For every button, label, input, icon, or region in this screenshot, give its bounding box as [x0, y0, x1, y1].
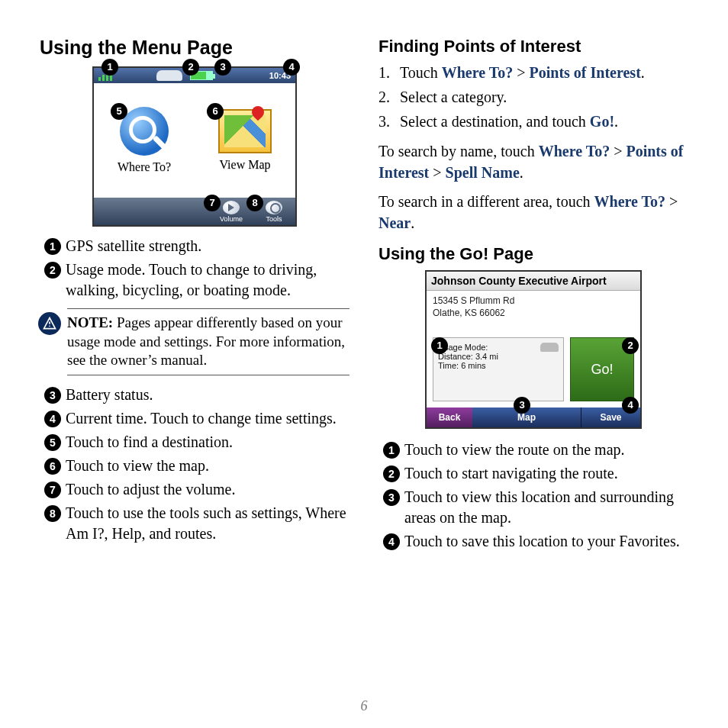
volume-label: Volume: [220, 215, 243, 223]
car-icon: [540, 343, 559, 352]
search-icon: [120, 107, 169, 156]
go-screenshot: 1 2 3 4 Johnson County Executive Airport…: [425, 270, 642, 429]
go-item-2: 2 Touch to start navigating the route.: [378, 463, 688, 484]
svg-point-0: [49, 326, 50, 327]
note-box: NOTE: Pages appear differently based on …: [67, 308, 350, 375]
tools-label: Tools: [266, 215, 282, 223]
back-button[interactable]: Back: [427, 407, 472, 427]
menu-item-1: 1 GPS satellite strength.: [40, 236, 350, 256]
volume-icon: [223, 201, 240, 214]
menu-item-3: 3 Battery status.: [40, 385, 350, 405]
page-number: 6: [0, 698, 728, 714]
menu-item-4: 4 Current time. Touch to change time set…: [40, 408, 350, 429]
where-to-button[interactable]: Where To?: [94, 83, 195, 198]
view-map-button[interactable]: View Map: [195, 83, 295, 198]
go-item-3: 3 Touch to view this location and surrou…: [378, 487, 688, 528]
route-info-button[interactable]: Usage Mode: Distance: 3.4 mi Time: 6 min…: [433, 337, 564, 401]
menu-screenshot: 1 2 3 4 5 6 7 8 10:43 Where To?: [92, 66, 297, 227]
usage-mode-icon[interactable]: [156, 70, 182, 81]
search-by-name: To search by name, touch Where To? > Poi…: [378, 140, 688, 183]
poi-step-1: 1. Touch Where To? > Points of Interest.: [378, 61, 688, 84]
go-title: Johnson County Executive Airport: [427, 272, 640, 291]
where-to-label: Where To?: [118, 160, 171, 174]
go-address: 15345 S Pflumm Rd Olathe, KS 66062: [427, 291, 640, 324]
tools-icon: [266, 201, 282, 214]
view-map-label: View Map: [219, 158, 270, 172]
map-icon: [218, 109, 272, 153]
search-different-area: To search in a different area, touch Whe…: [378, 191, 688, 234]
poi-step-2: 2.Select a category.: [378, 85, 688, 108]
menu-item-7: 7 Touch to adjust the volume.: [40, 479, 350, 500]
go-item-1: 1 Touch to view the route on the map.: [378, 440, 688, 460]
heading-go-page: Using the Go! Page: [378, 244, 688, 264]
menu-item-2: 2 Usage mode. Touch to change to driving…: [40, 259, 350, 301]
go-item-4: 4 Touch to save this location to your Fa…: [378, 531, 688, 552]
warning-icon: [38, 312, 61, 335]
heading-poi: Finding Points of Interest: [378, 37, 688, 56]
menu-item-8: 8 Touch to use the tools such as setting…: [40, 503, 350, 544]
heading-using-menu: Using the Menu Page: [40, 37, 350, 59]
menu-item-5: 5 Touch to find a destination.: [40, 432, 350, 453]
menu-item-6: 6 Touch to view the map.: [40, 456, 350, 476]
note-label: NOTE:: [67, 314, 113, 330]
poi-step-3: 3. Select a destination, and touch Go!.: [378, 110, 688, 133]
